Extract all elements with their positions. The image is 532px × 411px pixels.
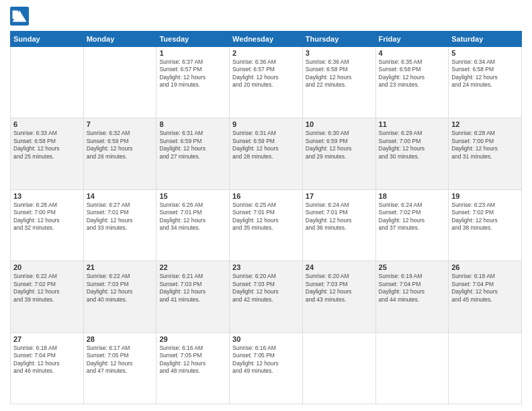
week-row-5: 27Sunrise: 6:18 AM Sunset: 7:04 PM Dayli… [11,332,522,404]
header-row: SundayMondayTuesdayWednesdayThursdayFrid… [11,32,522,47]
day-number: 22 [159,263,226,271]
day-info: Sunrise: 6:32 AM Sunset: 6:59 PM Dayligh… [87,130,154,161]
day-info: Sunrise: 6:25 AM Sunset: 7:01 PM Dayligh… [232,201,300,232]
calendar-cell: 14Sunrise: 6:27 AM Sunset: 7:01 PM Dayli… [83,189,157,261]
calendar-cell: 5Sunrise: 6:34 AM Sunset: 6:58 PM Daylig… [449,47,522,118]
calendar-cell [83,47,157,118]
day-header-tuesday: Tuesday [157,32,230,47]
calendar-cell: 12Sunrise: 6:28 AM Sunset: 7:00 PM Dayli… [449,118,522,189]
calendar-cell: 25Sunrise: 6:19 AM Sunset: 7:04 PM Dayli… [375,261,449,332]
week-row-1: 1Sunrise: 6:37 AM Sunset: 6:57 PM Daylig… [11,47,522,118]
day-number: 14 [87,192,154,200]
day-info: Sunrise: 6:19 AM Sunset: 7:04 PM Dayligh… [379,273,446,304]
day-number: 28 [87,335,154,343]
day-number: 4 [379,49,446,57]
calendar-cell: 15Sunrise: 6:26 AM Sunset: 7:01 PM Dayli… [157,189,230,261]
day-number: 23 [232,263,300,271]
day-header-friday: Friday [375,32,449,47]
day-header-thursday: Thursday [302,32,375,47]
calendar-cell: 27Sunrise: 6:18 AM Sunset: 7:04 PM Dayli… [11,332,84,404]
calendar-cell: 22Sunrise: 6:21 AM Sunset: 7:03 PM Dayli… [157,261,230,332]
day-info: Sunrise: 6:24 AM Sunset: 7:01 PM Dayligh… [306,201,373,232]
calendar-cell: 9Sunrise: 6:31 AM Sunset: 6:59 PM Daylig… [230,118,303,189]
day-number: 7 [87,120,154,128]
day-number: 1 [159,49,226,57]
day-info: Sunrise: 6:18 AM Sunset: 7:04 PM Dayligh… [13,345,81,375]
calendar-cell: 24Sunrise: 6:20 AM Sunset: 7:03 PM Dayli… [302,261,375,332]
calendar-cell: 3Sunrise: 6:36 AM Sunset: 6:58 PM Daylig… [302,47,375,118]
day-info: Sunrise: 6:36 AM Sunset: 6:58 PM Dayligh… [306,58,373,89]
calendar-cell: 13Sunrise: 6:28 AM Sunset: 7:00 PM Dayli… [11,189,84,261]
calendar-cell: 8Sunrise: 6:31 AM Sunset: 6:59 PM Daylig… [157,118,230,189]
day-number: 27 [13,335,81,343]
day-number: 2 [232,49,300,57]
calendar-cell: 19Sunrise: 6:23 AM Sunset: 7:02 PM Dayli… [449,189,522,261]
day-number: 19 [451,192,519,200]
day-info: Sunrise: 6:21 AM Sunset: 7:03 PM Dayligh… [159,273,226,304]
day-info: Sunrise: 6:22 AM Sunset: 7:03 PM Dayligh… [87,273,154,304]
header [10,7,522,26]
day-info: Sunrise: 6:30 AM Sunset: 6:59 PM Dayligh… [306,130,373,161]
day-header-saturday: Saturday [449,32,522,47]
day-number: 13 [13,192,81,200]
calendar-cell: 6Sunrise: 6:33 AM Sunset: 6:58 PM Daylig… [11,118,84,189]
day-info: Sunrise: 6:33 AM Sunset: 6:58 PM Dayligh… [13,130,81,161]
logo [10,7,32,26]
day-info: Sunrise: 6:20 AM Sunset: 7:03 PM Dayligh… [232,273,300,304]
day-header-sunday: Sunday [11,32,84,47]
day-number: 20 [13,263,81,271]
calendar-cell: 17Sunrise: 6:24 AM Sunset: 7:01 PM Dayli… [302,189,375,261]
calendar-cell [449,332,522,404]
calendar-cell: 21Sunrise: 6:22 AM Sunset: 7:03 PM Dayli… [83,261,157,332]
day-info: Sunrise: 6:26 AM Sunset: 7:01 PM Dayligh… [159,201,226,232]
day-number: 9 [232,120,300,128]
calendar-cell: 16Sunrise: 6:25 AM Sunset: 7:01 PM Dayli… [230,189,303,261]
day-number: 11 [379,120,446,128]
calendar-cell: 4Sunrise: 6:35 AM Sunset: 6:58 PM Daylig… [375,47,449,118]
day-info: Sunrise: 6:34 AM Sunset: 6:58 PM Dayligh… [451,58,519,89]
calendar-table: SundayMondayTuesdayWednesdayThursdayFrid… [10,31,522,404]
logo-icon [10,7,29,26]
calendar-cell: 30Sunrise: 6:16 AM Sunset: 7:05 PM Dayli… [230,332,303,404]
day-number: 6 [13,120,81,128]
day-number: 10 [306,120,373,128]
day-info: Sunrise: 6:29 AM Sunset: 7:00 PM Dayligh… [379,130,446,161]
page: SundayMondayTuesdayWednesdayThursdayFrid… [0,0,532,411]
calendar-cell: 18Sunrise: 6:24 AM Sunset: 7:02 PM Dayli… [375,189,449,261]
day-info: Sunrise: 6:22 AM Sunset: 7:02 PM Dayligh… [13,273,81,304]
day-number: 30 [232,335,300,343]
day-header-monday: Monday [83,32,157,47]
calendar-cell: 20Sunrise: 6:22 AM Sunset: 7:02 PM Dayli… [11,261,84,332]
calendar-cell: 2Sunrise: 6:36 AM Sunset: 6:57 PM Daylig… [230,47,303,118]
day-info: Sunrise: 6:37 AM Sunset: 6:57 PM Dayligh… [159,58,226,89]
calendar-cell [302,332,375,404]
day-number: 21 [87,263,154,271]
day-number: 8 [159,120,226,128]
day-number: 25 [379,263,446,271]
calendar-cell: 26Sunrise: 6:18 AM Sunset: 7:04 PM Dayli… [449,261,522,332]
day-number: 3 [306,49,373,57]
calendar-cell: 29Sunrise: 6:16 AM Sunset: 7:05 PM Dayli… [157,332,230,404]
calendar-cell: 11Sunrise: 6:29 AM Sunset: 7:00 PM Dayli… [375,118,449,189]
day-number: 15 [159,192,226,200]
svg-rect-2 [13,11,18,19]
day-info: Sunrise: 6:23 AM Sunset: 7:02 PM Dayligh… [451,201,519,232]
day-info: Sunrise: 6:28 AM Sunset: 7:00 PM Dayligh… [451,130,519,161]
day-info: Sunrise: 6:17 AM Sunset: 7:05 PM Dayligh… [87,345,154,375]
calendar-cell [375,332,449,404]
day-info: Sunrise: 6:16 AM Sunset: 7:05 PM Dayligh… [232,345,300,375]
day-number: 24 [306,263,373,271]
day-number: 29 [159,335,226,343]
calendar-cell: 10Sunrise: 6:30 AM Sunset: 6:59 PM Dayli… [302,118,375,189]
week-row-3: 13Sunrise: 6:28 AM Sunset: 7:00 PM Dayli… [11,189,522,261]
calendar-cell: 1Sunrise: 6:37 AM Sunset: 6:57 PM Daylig… [157,47,230,118]
day-info: Sunrise: 6:24 AM Sunset: 7:02 PM Dayligh… [379,201,446,232]
day-info: Sunrise: 6:35 AM Sunset: 6:58 PM Dayligh… [379,58,446,89]
calendar-cell: 23Sunrise: 6:20 AM Sunset: 7:03 PM Dayli… [230,261,303,332]
week-row-4: 20Sunrise: 6:22 AM Sunset: 7:02 PM Dayli… [11,261,522,332]
day-info: Sunrise: 6:36 AM Sunset: 6:57 PM Dayligh… [232,58,300,89]
calendar-cell [11,47,84,118]
day-info: Sunrise: 6:18 AM Sunset: 7:04 PM Dayligh… [451,273,519,304]
calendar-cell: 28Sunrise: 6:17 AM Sunset: 7:05 PM Dayli… [83,332,157,404]
day-header-wednesday: Wednesday [230,32,303,47]
